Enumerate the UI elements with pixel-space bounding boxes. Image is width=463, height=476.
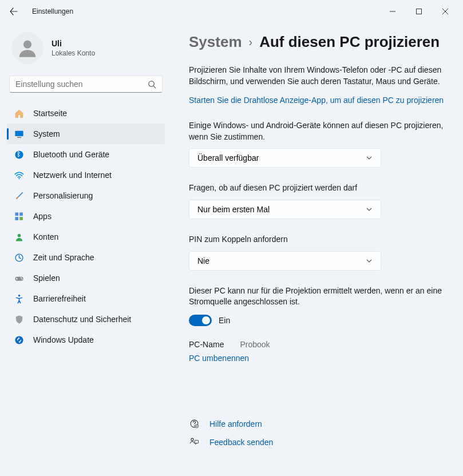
nav-label: Konten xyxy=(33,232,58,241)
main-content: System › Auf diesen PC projizieren Proji… xyxy=(172,23,463,476)
rename-pc-link[interactable]: PC umbenennen xyxy=(189,354,249,363)
feedback-link-text: Feedback senden xyxy=(209,438,273,447)
minimize-icon xyxy=(390,9,395,14)
feedback-icon xyxy=(189,437,199,447)
close-icon xyxy=(442,9,448,14)
feedback-link[interactable]: Feedback senden xyxy=(189,433,446,451)
clock-globe-icon xyxy=(14,252,24,263)
nav-label: Personalisierung xyxy=(33,191,93,200)
user-account-type: Lokales Konto xyxy=(52,49,95,57)
svg-rect-0 xyxy=(417,9,422,14)
svg-point-14 xyxy=(21,277,22,278)
help-link[interactable]: Hilfe anfordern xyxy=(189,415,446,433)
svg-point-19 xyxy=(193,426,194,426)
svg-point-2 xyxy=(149,81,154,86)
search-icon xyxy=(148,80,156,89)
svg-rect-7 xyxy=(15,212,18,216)
back-button[interactable] xyxy=(5,2,23,21)
nav-item-bluetooth[interactable]: Bluetooth und Geräte xyxy=(7,144,165,165)
pin-dropdown[interactable]: Nie xyxy=(189,251,381,271)
search-box[interactable] xyxy=(9,76,163,93)
ask-permission-label: Fragen, ob auf diesen PC projiziert werd… xyxy=(189,183,446,194)
pin-label: PIN zum Koppeln anfordern xyxy=(189,234,446,245)
pc-name-label: PC-Name xyxy=(189,340,224,349)
user-name: Uli xyxy=(52,39,95,48)
nav-item-network[interactable]: Netzwerk und Internet xyxy=(7,165,165,185)
svg-rect-22 xyxy=(195,441,198,443)
person-icon xyxy=(14,232,24,242)
brush-icon xyxy=(14,191,24,201)
chevron-down-icon xyxy=(366,206,373,213)
svg-rect-9 xyxy=(15,217,18,220)
svg-rect-10 xyxy=(19,217,23,220)
minimize-button[interactable] xyxy=(379,2,406,21)
svg-point-6 xyxy=(18,178,19,179)
nav-item-accounts[interactable]: Konten xyxy=(7,227,165,247)
help-link-text: Hilfe anfordern xyxy=(209,419,262,429)
help-icon xyxy=(189,419,199,429)
nav-item-privacy[interactable]: Datenschutz und Sicherheit xyxy=(7,309,165,330)
wifi-icon xyxy=(14,170,24,180)
maximize-icon xyxy=(416,9,422,14)
svg-rect-8 xyxy=(19,212,23,216)
chevron-right-icon: › xyxy=(249,35,253,49)
svg-point-11 xyxy=(17,233,21,237)
nav-item-update[interactable]: Windows Update xyxy=(7,330,165,350)
nav-item-personalization[interactable]: Personalisierung xyxy=(7,185,165,206)
page-title: Auf diesen PC projizieren xyxy=(259,33,440,51)
toggle-state-label: Ein xyxy=(219,316,230,325)
update-icon xyxy=(14,335,24,345)
apps-icon xyxy=(14,211,24,221)
svg-point-1 xyxy=(23,41,31,49)
nav-item-home[interactable]: Startseite xyxy=(7,103,165,124)
bluetooth-icon xyxy=(14,149,24,160)
svg-point-21 xyxy=(191,438,193,441)
window-controls xyxy=(379,2,458,21)
maximize-button[interactable] xyxy=(406,2,432,21)
user-icon xyxy=(17,37,38,59)
breadcrumb-parent[interactable]: System xyxy=(189,33,242,51)
nav-item-time[interactable]: Zeit und Sprache xyxy=(7,247,165,268)
titlebar: Einstellungen xyxy=(0,0,463,23)
nav-label: Windows Update xyxy=(33,335,94,344)
close-button[interactable] xyxy=(432,2,458,21)
nav-label: Datenschutz und Sicherheit xyxy=(33,315,131,324)
dropdown-value: Nie xyxy=(197,256,209,265)
nav-item-gaming[interactable]: Spielen xyxy=(7,268,165,288)
nav-item-system[interactable]: System xyxy=(7,124,165,144)
availability-dropdown[interactable]: Überall verfügbar xyxy=(189,148,381,168)
nav-label: System xyxy=(33,129,60,138)
nav-label: Bluetooth und Geräte xyxy=(33,150,109,159)
svg-rect-4 xyxy=(17,137,21,137)
nav-list: Startseite System Bluetooth und Geräte N… xyxy=(7,103,165,350)
availability-label: Einige Windows- und Android-Geräte könne… xyxy=(189,120,446,142)
chevron-down-icon xyxy=(366,257,373,264)
svg-rect-3 xyxy=(15,130,23,136)
system-icon xyxy=(14,129,24,139)
pc-name-value: Probook xyxy=(240,340,270,349)
shield-icon xyxy=(14,314,24,324)
nav-label: Startseite xyxy=(33,109,67,118)
nav-label: Netzwerk und Internet xyxy=(33,170,112,180)
chevron-down-icon xyxy=(366,154,373,161)
sidebar: Uli Lokales Konto Startseite System Blue… xyxy=(0,23,172,476)
nav-label: Zeit und Sprache xyxy=(33,253,94,262)
gamepad-icon xyxy=(14,273,24,283)
nav-item-apps[interactable]: Apps xyxy=(7,206,165,227)
nav-label: Barrierefreiheit xyxy=(33,294,86,303)
arrow-left-icon xyxy=(9,7,18,16)
window-title: Einstellungen xyxy=(32,7,73,15)
breadcrumb: System › Auf diesen PC projizieren xyxy=(189,33,446,51)
svg-point-15 xyxy=(21,278,22,279)
launch-app-link[interactable]: Starten Sie die Drahtlose Anzeige-App, u… xyxy=(189,96,444,105)
svg-point-16 xyxy=(18,295,20,297)
user-block[interactable]: Uli Lokales Konto xyxy=(7,23,165,73)
search-input[interactable] xyxy=(15,80,148,89)
power-label: Dieser PC kann nur für die Projektion er… xyxy=(189,285,446,308)
nav-label: Apps xyxy=(33,212,52,221)
accessibility-icon xyxy=(14,293,24,304)
nav-item-accessibility[interactable]: Barrierefreiheit xyxy=(7,288,165,309)
ask-permission-dropdown[interactable]: Nur beim ersten Mal xyxy=(189,200,381,219)
power-toggle[interactable] xyxy=(189,315,212,326)
home-icon xyxy=(14,108,24,118)
